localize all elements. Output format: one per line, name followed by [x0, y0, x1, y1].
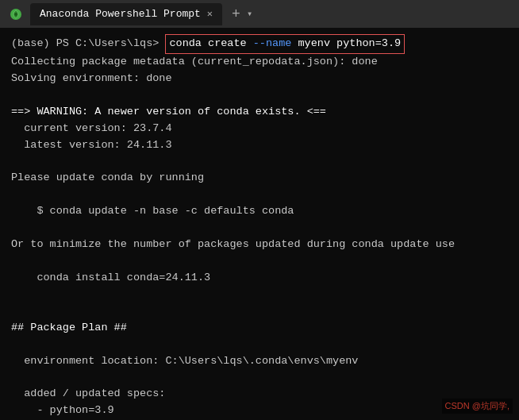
output-latest-ver: latest version: 24.11.3: [11, 137, 508, 154]
command-input: conda create --name myenv python=3.9: [165, 34, 405, 54]
watermark: CSDN @坑同学,: [442, 399, 513, 414]
cmd-part1: conda create: [169, 37, 246, 49]
prompt-line: (base) PS C:\Users\lqs> conda create --n…: [11, 34, 508, 54]
svg-point-1: [14, 13, 17, 16]
empty-7: [11, 303, 508, 320]
empty-5: [11, 253, 508, 270]
tab-close-button[interactable]: ✕: [207, 8, 213, 20]
titlebar: Anaconda Powershell Prompt ✕ + ▾: [0, 0, 519, 28]
tab-dropdown-button[interactable]: ▾: [247, 8, 252, 20]
output-python-spec: - python=3.9: [11, 403, 508, 419]
prompt-text: (base) PS C:\Users\lqs>: [11, 36, 165, 52]
terminal-window: Anaconda Powershell Prompt ✕ + ▾ (base) …: [0, 0, 519, 420]
terminal-body: (base) PS C:\Users\lqs> conda create --n…: [0, 28, 519, 420]
empty-1: [11, 87, 508, 104]
output-minimize-msg: Or to minimize the number of packages up…: [11, 237, 508, 253]
output-line-2: Solving environment: done: [11, 71, 508, 87]
output-update-cmd: $ conda update -n base -c defaults conda: [11, 203, 508, 220]
tab-anaconda-powershell[interactable]: Anaconda Powershell Prompt ✕: [30, 3, 222, 25]
output-pkg-plan: ## Package Plan ##: [11, 320, 508, 337]
empty-3: [11, 187, 508, 203]
app-icon: [8, 6, 24, 22]
output-added-specs: added / updated specs:: [11, 386, 508, 403]
output-install-cmd: conda install conda=24.11.3: [11, 270, 508, 287]
output-warning: ==> WARNING: A newer version of conda ex…: [11, 104, 508, 121]
output-update-msg: Please update conda by running: [11, 170, 508, 187]
empty-6: [11, 287, 508, 303]
empty-8: [11, 337, 508, 353]
output-env-location: environment location: C:\Users\lqs\.cond…: [11, 353, 508, 370]
empty-4: [11, 220, 508, 237]
cmd-flag: --name: [253, 37, 292, 49]
output-current-ver: current version: 23.7.4: [11, 121, 508, 137]
empty-2: [11, 153, 508, 170]
tab-label: Anaconda Powershell Prompt: [40, 8, 201, 20]
output-line-1: Collecting package metadata (current_rep…: [11, 54, 508, 71]
new-tab-button[interactable]: +: [232, 6, 240, 22]
cmd-args: myenv python=3.9: [298, 37, 401, 49]
empty-9: [11, 369, 508, 386]
